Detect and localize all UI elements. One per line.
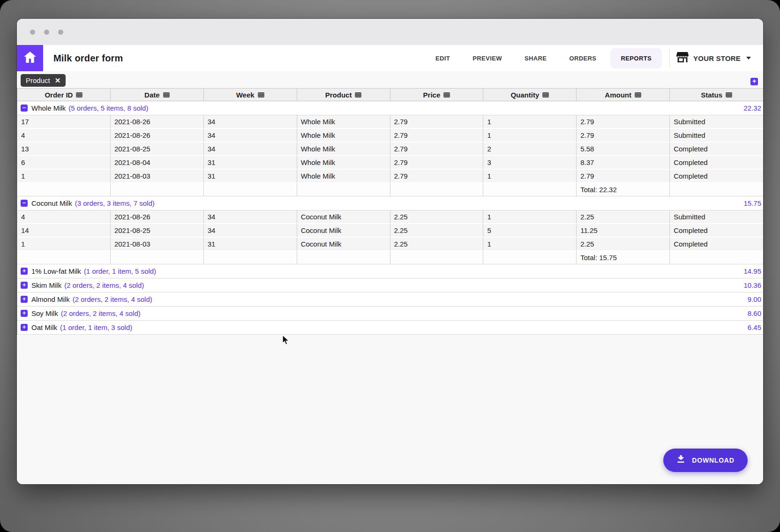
group-row[interactable]: +Soy Milk(2 orders, 2 items, 4 sold)8.60	[17, 307, 763, 321]
group-total-amount: 8.60	[748, 309, 763, 317]
table-cell: 1	[483, 115, 577, 129]
group-total-amount: 14.95	[743, 267, 763, 275]
nav-edit[interactable]: EDIT	[427, 50, 458, 67]
group-row[interactable]: +Skim Milk(2 orders, 2 items, 4 sold)10.…	[17, 278, 763, 292]
table-cell: 13	[17, 142, 111, 156]
column-menu-icon[interactable]	[76, 92, 82, 97]
table-cell: 2.79	[390, 129, 484, 142]
group-summary: (2 orders, 2 items, 4 sold)	[64, 281, 144, 289]
table-cell-empty	[390, 251, 484, 264]
group-row[interactable]: −Coconut Milk(3 orders, 3 items, 7 sold)…	[17, 196, 763, 210]
top-nav: EDIT PREVIEW SHARE ORDERS REPORTS	[424, 45, 763, 71]
table-cell: 34	[204, 210, 297, 224]
table-cell: 2.25	[577, 210, 670, 224]
column-menu-icon[interactable]	[635, 92, 641, 97]
table-cell: 4	[17, 129, 111, 142]
app-window: Milk order form EDIT PREVIEW SHARE ORDER…	[17, 19, 763, 484]
group-row[interactable]: −Whole Milk(5 orders, 5 items, 8 sold)22…	[17, 101, 763, 115]
table-cell: 2.79	[390, 115, 484, 129]
group-row[interactable]: +1% Low-fat Milk(1 order, 1 item, 5 sold…	[17, 264, 763, 278]
table-cell: 17	[17, 115, 111, 129]
group-row[interactable]: +Almond Milk(2 orders, 2 items, 4 sold)9…	[17, 292, 763, 307]
table-cell: 2.25	[577, 238, 670, 251]
expand-group-icon[interactable]: +	[21, 268, 28, 275]
table-cell: 2021-08-03	[111, 238, 204, 251]
column-menu-icon[interactable]	[726, 92, 732, 97]
group-row[interactable]: +Oat Milk(1 order, 1 item, 3 sold)6.45	[17, 321, 763, 335]
column-menu-icon[interactable]	[542, 92, 549, 97]
window-control-maximize[interactable]	[58, 30, 63, 35]
table-cell-empty	[670, 251, 763, 264]
nav-reports[interactable]: REPORTS	[610, 48, 662, 68]
table-header-row: Order IDDateWeekProductPriceQuantityAmou…	[17, 88, 763, 101]
storefront-icon	[676, 52, 689, 65]
column-header-label: Week	[236, 91, 255, 99]
table-cell-empty	[390, 183, 484, 196]
download-button[interactable]: DOWNLOAD	[663, 449, 748, 472]
expand-group-icon[interactable]: +	[21, 296, 28, 303]
expand-group-icon[interactable]: +	[21, 310, 28, 317]
table-cell: 2021-08-04	[111, 156, 204, 170]
nav-preview[interactable]: PREVIEW	[464, 50, 510, 67]
collapse-group-icon[interactable]: −	[21, 200, 28, 207]
table-cell: 2021-08-25	[111, 142, 204, 156]
column-header-week[interactable]: Week	[204, 89, 297, 101]
table-cell-empty	[483, 251, 577, 264]
nav-share[interactable]: SHARE	[516, 50, 555, 67]
column-menu-icon[interactable]	[355, 92, 361, 97]
group-total-amount: 9.00	[748, 295, 763, 303]
table-cell: 2.25	[390, 238, 484, 251]
table-cell-empty	[17, 251, 111, 264]
column-header-amount[interactable]: Amount	[577, 89, 670, 101]
column-menu-icon[interactable]	[163, 92, 170, 97]
table-cell: Completed	[670, 142, 763, 156]
column-header-quantity[interactable]: Quantity	[483, 89, 577, 101]
table-cell: 2021-08-26	[111, 129, 204, 142]
column-header-label: Order ID	[45, 91, 73, 99]
column-menu-icon[interactable]	[443, 92, 450, 97]
group-summary: (1 order, 1 item, 3 sold)	[60, 323, 132, 331]
expand-group-icon[interactable]: +	[21, 282, 28, 289]
table-cell-empty	[204, 251, 297, 264]
column-header-price[interactable]: Price	[390, 89, 484, 101]
close-icon[interactable]: ✕	[55, 77, 61, 84]
expand-all-icon[interactable]: +	[750, 78, 758, 85]
table-cell: Coconut Milk	[297, 210, 390, 224]
column-header-product[interactable]: Product	[297, 89, 390, 101]
nav-orders[interactable]: ORDERS	[561, 50, 605, 67]
table-cell: 3	[483, 156, 577, 170]
column-header-order-id[interactable]: Order ID	[17, 89, 111, 101]
table-cell: 1	[483, 170, 577, 183]
group-summary: (3 orders, 3 items, 7 sold)	[75, 199, 155, 207]
table-cell-empty	[111, 183, 204, 196]
chip-label: Product	[26, 76, 50, 84]
column-header-label: Date	[144, 91, 160, 99]
table-cell-empty	[17, 183, 111, 196]
report-table: Order IDDateWeekProductPriceQuantityAmou…	[17, 88, 763, 335]
window-control-close[interactable]	[30, 30, 35, 35]
table-cell: 8.37	[577, 156, 670, 170]
group-summary: (2 orders, 2 items, 4 sold)	[73, 295, 152, 303]
table-cell: 34	[204, 115, 297, 129]
table-cell: 31	[204, 170, 297, 183]
group-by-chip[interactable]: Product ✕	[21, 74, 66, 87]
table-cell: 2.79	[390, 170, 484, 183]
group-name: Coconut Milk	[31, 199, 72, 207]
store-dropdown[interactable]: YOUR STORE	[676, 52, 751, 65]
group-name: Soy Milk	[31, 309, 58, 317]
table-cell: 1	[483, 238, 577, 251]
column-header-status[interactable]: Status	[670, 89, 763, 101]
column-header-date[interactable]: Date	[111, 89, 204, 101]
table-cell: Whole Milk	[297, 170, 390, 183]
table-cell-empty	[670, 183, 763, 196]
group-name: Skim Milk	[31, 281, 61, 289]
expand-group-icon[interactable]: +	[21, 324, 28, 331]
collapse-group-icon[interactable]: −	[21, 105, 28, 112]
table-cell: 34	[204, 129, 297, 142]
table-cell-empty	[297, 183, 390, 196]
table-cell: 34	[204, 142, 297, 156]
column-menu-icon[interactable]	[258, 92, 264, 97]
table-cell: 2.79	[390, 156, 484, 170]
window-control-minimize[interactable]	[44, 30, 49, 35]
home-button[interactable]	[17, 45, 43, 71]
